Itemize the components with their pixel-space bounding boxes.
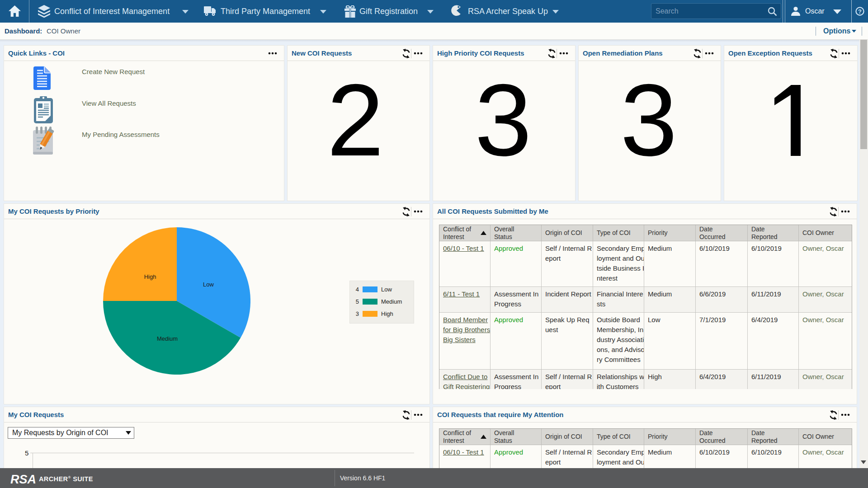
svg-text:High: High (144, 273, 156, 280)
svg-text:Low: Low (203, 281, 214, 288)
svg-text:?: ? (858, 8, 862, 15)
svg-text:Medium: Medium (157, 335, 178, 342)
